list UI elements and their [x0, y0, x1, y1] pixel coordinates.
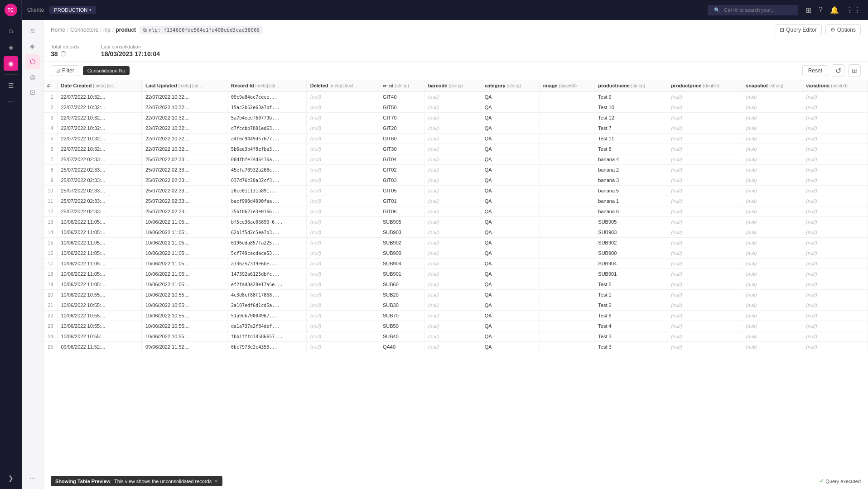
search-bar[interactable]: 🔍 Ctrl+K to search your...: [708, 5, 798, 15]
brand-label[interactable]: Cliente: [27, 7, 44, 13]
breadcrumb-id-text: nlp: f134600fde564e1fa408ebd3cad38066: [149, 27, 260, 33]
query-editor-icon: ⊟: [780, 27, 784, 33]
table-row[interactable]: 1125/07/2022 02:33:...25/07/2022 02:33:.…: [43, 196, 868, 206]
table-row[interactable]: 2110/06/2022 10:55:...10/06/2022 10:55:.…: [43, 300, 868, 311]
table-row[interactable]: 222/07/2022 10:32:...22/07/2022 10:32:..…: [43, 102, 868, 113]
breadcrumb-sep1: /: [67, 27, 68, 33]
breadcrumb-id-badge[interactable]: ⧉ nlp: f134600fde564e1fa408ebd3cad38066: [140, 26, 263, 34]
breadcrumb: Home / Connectors / nlp / product ⧉ nlp:…: [51, 26, 263, 34]
table-row[interactable]: 925/07/2022 02:33:...25/07/2022 02:33:..…: [43, 175, 868, 186]
last-consolidation-label: Last consolidation: [101, 44, 160, 49]
total-records-label: Total records: [51, 44, 79, 49]
col-header-productname[interactable]: productname (string): [594, 80, 667, 91]
col-header-id[interactable]: ∞· id (string): [379, 80, 424, 91]
table-row[interactable]: 422/07/2022 10:32:...22/07/2022 10:32:..…: [43, 123, 868, 134]
table-row[interactable]: 725/07/2022 02:33:...25/07/2022 02:33:..…: [43, 154, 868, 165]
columns-icon: ⊞: [852, 67, 857, 74]
filter-icon: ⊿: [56, 67, 60, 74]
sidebar-item-expand[interactable]: ❯: [4, 471, 18, 485]
breadcrumb-sep2: /: [100, 27, 101, 33]
env-selector[interactable]: PRODUCTION ▾: [49, 6, 96, 14]
table-row[interactable]: 1810/06/2022 11:05:...10/06/2022 11:05:.…: [43, 269, 868, 279]
last-consolidation-value: 18/03/2023 17:10:04: [101, 50, 160, 58]
sec-sidebar-entity[interactable]: ⬡: [25, 54, 40, 69]
preview-notice: Showing Table Preview - This view shows …: [51, 476, 222, 486]
preview-close[interactable]: ×: [214, 478, 218, 484]
sidebar-item-more[interactable]: ⋯: [4, 95, 18, 109]
table-row[interactable]: 2010/06/2022 10:55:...10/06/2022 10:55:.…: [43, 290, 868, 300]
total-records-stat: Total records 38: [51, 44, 79, 58]
col-header-num: #: [43, 80, 57, 91]
breadcrumb-connectors[interactable]: Connectors: [70, 27, 98, 33]
breadcrumb-copy-icon: ⧉: [143, 27, 147, 33]
query-executed: ✓ Query executed: [820, 478, 861, 484]
table-row[interactable]: 2310/06/2022 10:55:...10/06/2022 10:55:.…: [43, 321, 868, 331]
sidebar-item-menu[interactable]: ☰: [4, 78, 18, 93]
col-header-image[interactable]: image (base64): [539, 80, 594, 91]
options-button[interactable]: ⚙ Options: [825, 24, 861, 35]
preview-desc: - This view shows the unconsolidated rec…: [111, 479, 212, 484]
sidebar-item-active[interactable]: ◉: [4, 56, 18, 71]
table-row[interactable]: 2509/06/2022 11:52:...09/06/2022 11:52:.…: [43, 342, 868, 352]
table-row[interactable]: 522/07/2022 10:32:...22/07/2022 10:32:..…: [43, 134, 868, 144]
col-header-productprice[interactable]: productprice (double): [667, 80, 742, 91]
col-header-snapshot[interactable]: snapshot (string): [742, 80, 802, 91]
sec-sidebar-connector[interactable]: ◈: [25, 39, 40, 53]
query-editor-button[interactable]: ⊟ Query Editor: [775, 24, 821, 35]
sec-sidebar-box[interactable]: ⊡: [25, 85, 40, 100]
breadcrumb-home[interactable]: Home: [51, 27, 65, 33]
columns-button[interactable]: ⊞: [848, 64, 861, 77]
table-row[interactable]: 1410/06/2022 11:05:...10/06/2022 11:05:.…: [43, 227, 868, 238]
filter-button[interactable]: ⊿ Filter: [51, 65, 79, 76]
loading-spinner: [61, 51, 66, 57]
col-header-last-updated[interactable]: Last Updated [meta] [str...: [142, 80, 227, 91]
refresh-button[interactable]: ↺: [832, 64, 844, 77]
col-header-deleted[interactable]: Deleted [meta] [bool...: [306, 80, 379, 91]
check-icon: ✓: [820, 478, 824, 484]
table-row[interactable]: 1910/06/2022 11:05:...10/06/2022 11:05:.…: [43, 279, 868, 290]
col-header-variations[interactable]: variations (nested): [802, 80, 868, 91]
table-row[interactable]: 1225/07/2022 02:33:...25/07/2022 02:33:.…: [43, 206, 868, 217]
col-header-category[interactable]: category (string): [481, 80, 539, 91]
notification-icon[interactable]: 🔔: [830, 6, 839, 14]
bottom-bar: Showing Table Preview - This view shows …: [43, 473, 868, 489]
table-row[interactable]: 825/07/2022 02:33:...25/07/2022 02:33:..…: [43, 165, 868, 175]
table-row[interactable]: 1510/06/2022 11:05:...10/06/2022 11:05:.…: [43, 238, 868, 248]
table-row[interactable]: 122/07/2022 10:32:...22/07/2022 10:32:..…: [43, 91, 868, 102]
refresh-icon: ↺: [835, 67, 841, 75]
table-toolbar: ⊿ Filter Consolidation No Reset ↺ ⊞: [43, 62, 868, 80]
sidebar-item-home[interactable]: ⌂: [4, 24, 18, 38]
reset-button[interactable]: Reset: [802, 65, 828, 76]
table-row[interactable]: 1310/06/2022 11:05:...10/06/2022 11:05:.…: [43, 217, 868, 227]
table-row[interactable]: 1610/06/2022 11:05:...10/06/2022 11:05:.…: [43, 248, 868, 259]
col-header-record-id[interactable]: Record Id [meta] [str...: [227, 80, 306, 91]
col-header-barcode[interactable]: barcode (string): [424, 80, 481, 91]
table-row[interactable]: 322/07/2022 10:32:...22/07/2022 10:32:..…: [43, 113, 868, 123]
sec-sidebar-dots[interactable]: ⋯: [25, 471, 40, 485]
query-executed-label: Query executed: [825, 479, 861, 484]
stats-bar: Total records 38 Last consolidation 18/0…: [43, 40, 868, 62]
apps-icon[interactable]: ⋮⋮: [846, 6, 861, 14]
col-header-date-created[interactable]: Date Created [meta] [str...: [57, 80, 142, 91]
total-records-value: 38: [51, 50, 58, 58]
sec-sidebar-grid[interactable]: ≋: [25, 24, 40, 38]
help-icon[interactable]: ?: [819, 6, 823, 14]
table-row[interactable]: 622/07/2022 10:32:...22/07/2022 10:32:..…: [43, 144, 868, 154]
consolidation-badge[interactable]: Consolidation No: [83, 66, 130, 75]
breadcrumb-sep3: /: [112, 27, 114, 33]
table-row[interactable]: 2210/06/2022 10:55:...10/06/2022 10:55:.…: [43, 311, 868, 321]
sidebar-item-connectors[interactable]: ◈: [4, 40, 18, 54]
last-consolidation-stat: Last consolidation 18/03/2023 17:10:04: [101, 44, 160, 58]
table-row[interactable]: 1025/07/2022 02:33:...25/07/2022 02:33:.…: [43, 186, 868, 196]
table-row[interactable]: 1710/06/2022 11:05:...10/06/2022 11:05:.…: [43, 259, 868, 269]
table-row[interactable]: 2410/06/2022 10:55:...10/06/2022 10:55:.…: [43, 331, 868, 342]
preview-label: Showing Table Preview: [55, 479, 110, 484]
breadcrumb-current: product: [116, 27, 136, 33]
breadcrumb-bar: Home / Connectors / nlp / product ⧉ nlp:…: [43, 20, 868, 40]
options-icon: ⚙: [830, 27, 835, 33]
table-container[interactable]: # Date Created [meta] [str... Last Updat…: [43, 80, 868, 473]
breadcrumb-nlp[interactable]: nlp: [103, 27, 111, 33]
sec-sidebar-circle[interactable]: ◎: [25, 70, 40, 84]
grid-icon[interactable]: ⊞: [805, 6, 811, 14]
